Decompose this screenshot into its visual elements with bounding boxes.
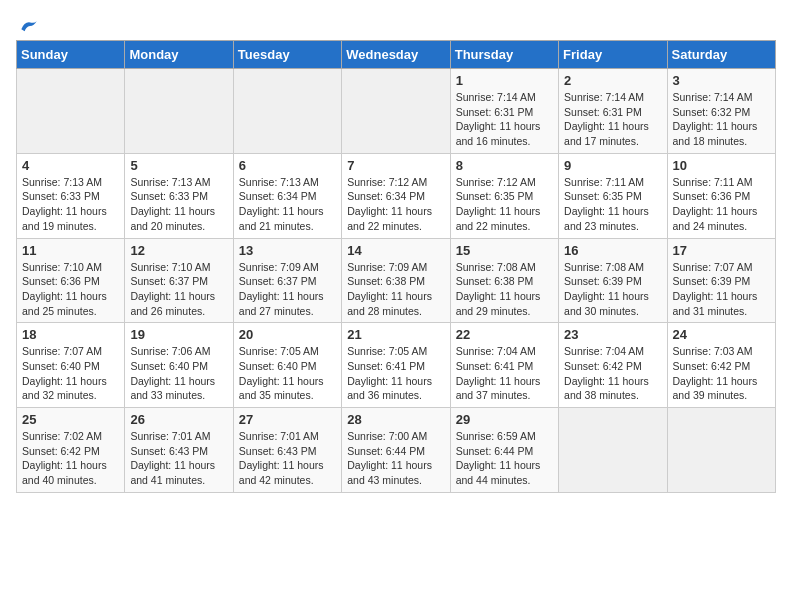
calendar-cell: 2Sunrise: 7:14 AM Sunset: 6:31 PM Daylig… [559, 69, 667, 154]
day-info: Sunrise: 7:11 AM Sunset: 6:35 PM Dayligh… [564, 175, 661, 234]
day-info: Sunrise: 7:10 AM Sunset: 6:37 PM Dayligh… [130, 260, 227, 319]
calendar-cell: 5Sunrise: 7:13 AM Sunset: 6:33 PM Daylig… [125, 153, 233, 238]
day-number: 17 [673, 243, 770, 258]
weekday-header-thursday: Thursday [450, 41, 558, 69]
day-number: 10 [673, 158, 770, 173]
day-number: 7 [347, 158, 444, 173]
day-number: 27 [239, 412, 336, 427]
day-number: 18 [22, 327, 119, 342]
day-number: 23 [564, 327, 661, 342]
day-number: 19 [130, 327, 227, 342]
day-number: 15 [456, 243, 553, 258]
day-info: Sunrise: 7:08 AM Sunset: 6:38 PM Dayligh… [456, 260, 553, 319]
day-number: 24 [673, 327, 770, 342]
day-info: Sunrise: 7:13 AM Sunset: 6:33 PM Dayligh… [22, 175, 119, 234]
calendar-cell: 16Sunrise: 7:08 AM Sunset: 6:39 PM Dayli… [559, 238, 667, 323]
calendar-cell: 22Sunrise: 7:04 AM Sunset: 6:41 PM Dayli… [450, 323, 558, 408]
day-number: 13 [239, 243, 336, 258]
calendar-cell: 23Sunrise: 7:04 AM Sunset: 6:42 PM Dayli… [559, 323, 667, 408]
calendar-cell [17, 69, 125, 154]
calendar-cell: 9Sunrise: 7:11 AM Sunset: 6:35 PM Daylig… [559, 153, 667, 238]
day-number: 2 [564, 73, 661, 88]
day-info: Sunrise: 6:59 AM Sunset: 6:44 PM Dayligh… [456, 429, 553, 488]
calendar-cell: 21Sunrise: 7:05 AM Sunset: 6:41 PM Dayli… [342, 323, 450, 408]
day-number: 1 [456, 73, 553, 88]
day-number: 20 [239, 327, 336, 342]
day-info: Sunrise: 7:09 AM Sunset: 6:38 PM Dayligh… [347, 260, 444, 319]
calendar-cell: 15Sunrise: 7:08 AM Sunset: 6:38 PM Dayli… [450, 238, 558, 323]
calendar-week-row: 4Sunrise: 7:13 AM Sunset: 6:33 PM Daylig… [17, 153, 776, 238]
calendar-cell: 26Sunrise: 7:01 AM Sunset: 6:43 PM Dayli… [125, 408, 233, 493]
calendar-cell: 28Sunrise: 7:00 AM Sunset: 6:44 PM Dayli… [342, 408, 450, 493]
day-number: 28 [347, 412, 444, 427]
calendar-cell: 24Sunrise: 7:03 AM Sunset: 6:42 PM Dayli… [667, 323, 775, 408]
calendar-cell: 4Sunrise: 7:13 AM Sunset: 6:33 PM Daylig… [17, 153, 125, 238]
calendar-week-row: 18Sunrise: 7:07 AM Sunset: 6:40 PM Dayli… [17, 323, 776, 408]
calendar-cell: 8Sunrise: 7:12 AM Sunset: 6:35 PM Daylig… [450, 153, 558, 238]
calendar-cell: 10Sunrise: 7:11 AM Sunset: 6:36 PM Dayli… [667, 153, 775, 238]
day-info: Sunrise: 7:00 AM Sunset: 6:44 PM Dayligh… [347, 429, 444, 488]
calendar-cell: 27Sunrise: 7:01 AM Sunset: 6:43 PM Dayli… [233, 408, 341, 493]
day-info: Sunrise: 7:01 AM Sunset: 6:43 PM Dayligh… [239, 429, 336, 488]
weekday-header-tuesday: Tuesday [233, 41, 341, 69]
day-number: 29 [456, 412, 553, 427]
day-info: Sunrise: 7:02 AM Sunset: 6:42 PM Dayligh… [22, 429, 119, 488]
calendar-cell: 7Sunrise: 7:12 AM Sunset: 6:34 PM Daylig… [342, 153, 450, 238]
day-info: Sunrise: 7:04 AM Sunset: 6:41 PM Dayligh… [456, 344, 553, 403]
calendar-cell: 11Sunrise: 7:10 AM Sunset: 6:36 PM Dayli… [17, 238, 125, 323]
day-info: Sunrise: 7:09 AM Sunset: 6:37 PM Dayligh… [239, 260, 336, 319]
day-number: 12 [130, 243, 227, 258]
day-info: Sunrise: 7:13 AM Sunset: 6:34 PM Dayligh… [239, 175, 336, 234]
day-info: Sunrise: 7:07 AM Sunset: 6:40 PM Dayligh… [22, 344, 119, 403]
day-number: 16 [564, 243, 661, 258]
day-number: 9 [564, 158, 661, 173]
calendar-cell [125, 69, 233, 154]
calendar-cell [559, 408, 667, 493]
day-number: 3 [673, 73, 770, 88]
weekday-header-monday: Monday [125, 41, 233, 69]
day-info: Sunrise: 7:14 AM Sunset: 6:32 PM Dayligh… [673, 90, 770, 149]
day-info: Sunrise: 7:13 AM Sunset: 6:33 PM Dayligh… [130, 175, 227, 234]
day-info: Sunrise: 7:07 AM Sunset: 6:39 PM Dayligh… [673, 260, 770, 319]
weekday-header-saturday: Saturday [667, 41, 775, 69]
weekday-header-wednesday: Wednesday [342, 41, 450, 69]
day-number: 6 [239, 158, 336, 173]
calendar-week-row: 25Sunrise: 7:02 AM Sunset: 6:42 PM Dayli… [17, 408, 776, 493]
weekday-header-sunday: Sunday [17, 41, 125, 69]
calendar-cell: 18Sunrise: 7:07 AM Sunset: 6:40 PM Dayli… [17, 323, 125, 408]
calendar-cell: 3Sunrise: 7:14 AM Sunset: 6:32 PM Daylig… [667, 69, 775, 154]
calendar-cell [233, 69, 341, 154]
day-info: Sunrise: 7:03 AM Sunset: 6:42 PM Dayligh… [673, 344, 770, 403]
calendar-cell: 25Sunrise: 7:02 AM Sunset: 6:42 PM Dayli… [17, 408, 125, 493]
day-number: 4 [22, 158, 119, 173]
day-number: 21 [347, 327, 444, 342]
day-number: 8 [456, 158, 553, 173]
day-info: Sunrise: 7:06 AM Sunset: 6:40 PM Dayligh… [130, 344, 227, 403]
logo-bird-icon [18, 16, 38, 36]
weekday-header-friday: Friday [559, 41, 667, 69]
day-info: Sunrise: 7:08 AM Sunset: 6:39 PM Dayligh… [564, 260, 661, 319]
day-number: 22 [456, 327, 553, 342]
calendar-cell [342, 69, 450, 154]
day-info: Sunrise: 7:11 AM Sunset: 6:36 PM Dayligh… [673, 175, 770, 234]
calendar-cell: 1Sunrise: 7:14 AM Sunset: 6:31 PM Daylig… [450, 69, 558, 154]
calendar-cell: 29Sunrise: 6:59 AM Sunset: 6:44 PM Dayli… [450, 408, 558, 493]
calendar-cell [667, 408, 775, 493]
day-info: Sunrise: 7:12 AM Sunset: 6:34 PM Dayligh… [347, 175, 444, 234]
day-number: 14 [347, 243, 444, 258]
day-info: Sunrise: 7:05 AM Sunset: 6:40 PM Dayligh… [239, 344, 336, 403]
day-info: Sunrise: 7:01 AM Sunset: 6:43 PM Dayligh… [130, 429, 227, 488]
day-number: 25 [22, 412, 119, 427]
calendar-cell: 6Sunrise: 7:13 AM Sunset: 6:34 PM Daylig… [233, 153, 341, 238]
weekday-header-row: SundayMondayTuesdayWednesdayThursdayFrid… [17, 41, 776, 69]
calendar-cell: 19Sunrise: 7:06 AM Sunset: 6:40 PM Dayli… [125, 323, 233, 408]
calendar-cell: 12Sunrise: 7:10 AM Sunset: 6:37 PM Dayli… [125, 238, 233, 323]
page-header [16, 16, 776, 32]
calendar-cell: 14Sunrise: 7:09 AM Sunset: 6:38 PM Dayli… [342, 238, 450, 323]
calendar-week-row: 1Sunrise: 7:14 AM Sunset: 6:31 PM Daylig… [17, 69, 776, 154]
day-info: Sunrise: 7:14 AM Sunset: 6:31 PM Dayligh… [456, 90, 553, 149]
day-info: Sunrise: 7:10 AM Sunset: 6:36 PM Dayligh… [22, 260, 119, 319]
calendar-cell: 13Sunrise: 7:09 AM Sunset: 6:37 PM Dayli… [233, 238, 341, 323]
calendar-cell: 17Sunrise: 7:07 AM Sunset: 6:39 PM Dayli… [667, 238, 775, 323]
day-info: Sunrise: 7:05 AM Sunset: 6:41 PM Dayligh… [347, 344, 444, 403]
